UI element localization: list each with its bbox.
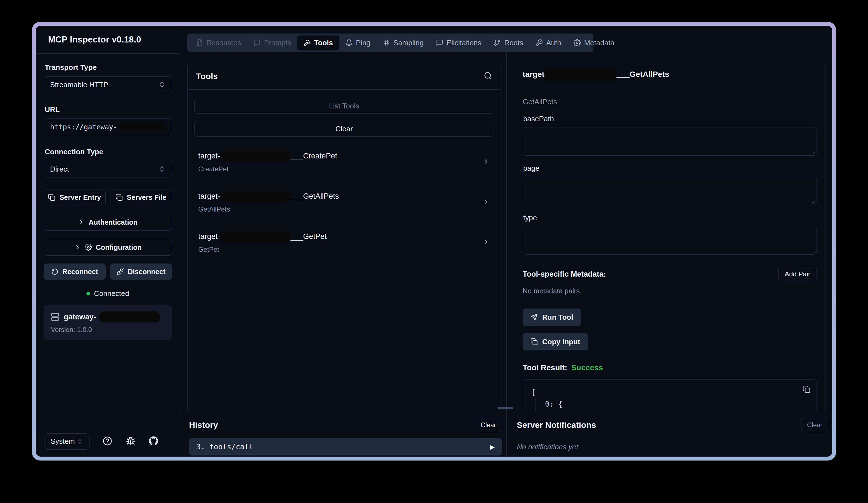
- history-title: History: [189, 420, 218, 430]
- tool-name: target-___GetAllPets: [198, 190, 339, 202]
- key-icon: [536, 39, 543, 46]
- gear-icon: [574, 39, 581, 46]
- param-input-page[interactable]: [523, 177, 817, 205]
- tool-list-item-getpet[interactable]: target-___GetPet GetPet: [194, 224, 494, 260]
- theme-select[interactable]: System: [44, 433, 90, 450]
- tool-item-text: target-___GetPet GetPet: [198, 231, 327, 253]
- server-config-buttons: Server Entry Servers File: [44, 189, 172, 206]
- tab-sampling[interactable]: Sampling: [377, 35, 430, 50]
- tab-label: Auth: [546, 39, 561, 47]
- search-tools-button[interactable]: [484, 72, 492, 81]
- server-name: gateway-: [64, 313, 96, 321]
- redacted-text: [220, 190, 291, 202]
- tab-label: Roots: [504, 39, 523, 47]
- tab-ping[interactable]: Ping: [339, 35, 377, 50]
- tool-item-text: target-___CreatePet CreatePet: [198, 150, 337, 173]
- tab-resources[interactable]: Resources: [189, 35, 247, 50]
- param-input-type[interactable]: [523, 226, 817, 254]
- send-icon: [530, 314, 538, 321]
- tool-name: target-___CreatePet: [198, 150, 337, 162]
- github-button[interactable]: [148, 436, 159, 447]
- chevrons-up-down-icon: [77, 439, 83, 444]
- tab-roots[interactable]: Roots: [487, 35, 529, 50]
- redacted-text: [220, 150, 291, 162]
- tool-detail-body: GetAllPets basePath page ty: [514, 87, 825, 411]
- tab-label: Resources: [206, 39, 241, 47]
- connected-dot: [86, 292, 90, 295]
- tool-list: target-___CreatePet CreatePet: [194, 144, 494, 260]
- help-circle-icon: [103, 436, 112, 446]
- list-tools-button[interactable]: List Tools: [194, 98, 494, 114]
- tool-list-item-createpet[interactable]: target-___CreatePet CreatePet: [194, 144, 494, 179]
- authentication-expander[interactable]: Authentication: [44, 214, 172, 231]
- json-line: id: 1: [559, 410, 808, 411]
- tab-label: Sampling: [393, 39, 424, 47]
- disconnect-button[interactable]: Disconnect: [110, 263, 172, 280]
- transport-type-label: Transport Type: [45, 63, 172, 72]
- bottom-panes: History Clear 3. tools/call ▶ Server Not…: [180, 411, 832, 457]
- url-input[interactable]: https://gateway-: [44, 118, 172, 135]
- redacted-text: [220, 231, 291, 242]
- chevron-right-icon: [482, 238, 490, 246]
- tab-tools[interactable]: Tools: [297, 35, 339, 50]
- copy-input-button[interactable]: Copy Input: [523, 333, 588, 350]
- configuration-expander[interactable]: Configuration: [44, 239, 172, 256]
- tool-description: GetAllPets: [198, 206, 339, 213]
- tab-elicitations[interactable]: Elicitations: [430, 35, 487, 50]
- json-array-block: 0: { id: 1 type: "dog" price: 249.99: [535, 398, 808, 411]
- authentication-label: Authentication: [89, 218, 137, 226]
- transport-type-value: Streamable HTTP: [50, 81, 108, 89]
- tool-list-item-getallpets[interactable]: target-___GetAllPets GetAllPets: [194, 184, 494, 219]
- copy-icon: [803, 385, 810, 393]
- json-line: [: [531, 387, 808, 398]
- copy-input-label: Copy Input: [542, 337, 580, 346]
- tool-result-json-viewer: [ 0: { id: 1 type: "dog" price: 249.99: [523, 379, 817, 411]
- tab-label: Prompts: [264, 39, 291, 47]
- content-area: Tools List Tools Clear: [180, 52, 832, 411]
- tab-metadata[interactable]: Metadata: [567, 35, 621, 50]
- sidebar-footer: System: [36, 426, 180, 457]
- theme-value: System: [51, 437, 75, 446]
- param-label-page: page: [523, 164, 817, 173]
- run-tool-button[interactable]: Run Tool: [523, 308, 581, 326]
- servers-file-button[interactable]: Servers File: [110, 189, 172, 206]
- clear-history-label: Clear: [481, 421, 496, 429]
- tool-detail-header: target___GetAllPets: [514, 63, 825, 87]
- tool-name: target-___GetPet: [198, 231, 327, 242]
- param-field-page-wrap: [523, 177, 817, 206]
- search-icon: [484, 72, 492, 80]
- reconnect-button[interactable]: Reconnect: [44, 263, 106, 280]
- copy-icon: [530, 338, 538, 345]
- copy-result-button[interactable]: [803, 385, 810, 394]
- history-item[interactable]: 3. tools/call ▶: [189, 438, 502, 455]
- help-button[interactable]: [102, 436, 113, 447]
- tool-result-row: Tool Result: Success: [523, 363, 817, 372]
- tab-label: Tools: [314, 39, 333, 47]
- horizontal-scrollbar-thumb[interactable]: [498, 407, 513, 409]
- tool-item-text: target-___GetAllPets GetAllPets: [198, 190, 339, 213]
- connection-type-select[interactable]: Direct: [44, 161, 172, 177]
- tab-prompts[interactable]: Prompts: [247, 35, 297, 50]
- clear-history-button[interactable]: Clear: [475, 418, 502, 432]
- clear-notifications-button[interactable]: Clear: [801, 418, 828, 432]
- connection-type-label: Connection Type: [45, 148, 172, 156]
- rotate-ccw-icon: [51, 268, 59, 275]
- servers-file-label: Servers File: [127, 193, 166, 201]
- chevron-right-icon: [74, 244, 81, 251]
- clear-tools-button[interactable]: Clear: [194, 121, 494, 137]
- main-area: Resources Prompts Tools Ping Sampling: [180, 26, 832, 457]
- server-icon: [51, 313, 59, 321]
- url-value: https://gateway-: [50, 123, 117, 131]
- folder-tree-icon: [494, 39, 501, 46]
- param-input-basepath[interactable]: [523, 127, 817, 156]
- report-bug-button[interactable]: [125, 436, 136, 447]
- add-pair-button[interactable]: Add Pair: [778, 267, 817, 281]
- server-entry-button[interactable]: Server Entry: [44, 189, 106, 206]
- disconnect-label: Disconnect: [128, 268, 166, 276]
- notifications-title: Server Notifications: [517, 420, 596, 430]
- transport-type-select[interactable]: Streamable HTTP: [44, 76, 172, 93]
- list-tools-label: List Tools: [329, 102, 359, 111]
- json-object-block: id: 1 type: "dog" price: 249.99: [549, 410, 808, 411]
- expand-play-icon[interactable]: ▶: [490, 443, 495, 450]
- tab-auth[interactable]: Auth: [529, 35, 567, 50]
